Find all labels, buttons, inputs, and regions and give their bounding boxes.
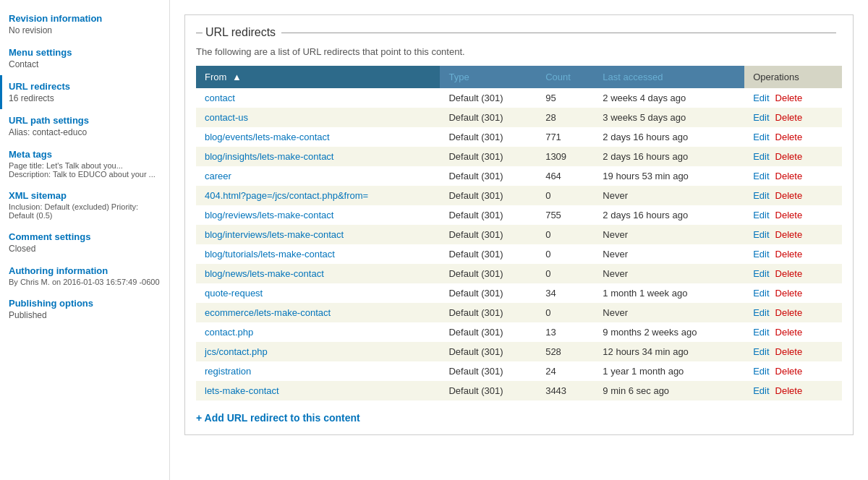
sidebar-item-title[interactable]: Meta tags	[9, 149, 161, 160]
sidebar-item-url-redirects[interactable]: URL redirects 16 redirects	[0, 75, 169, 109]
sidebar-item-subtitle: Alias: contact-educo	[9, 127, 161, 137]
from-link[interactable]: blog/news/lets-make-contact	[205, 268, 324, 279]
delete-link[interactable]: Delete	[775, 171, 803, 181]
edit-link[interactable]: Edit	[753, 268, 769, 279]
delete-link[interactable]: Delete	[775, 307, 803, 318]
sidebar-item-publishing-options[interactable]: Publishing options Published	[0, 292, 169, 326]
sidebar-item-title[interactable]: Menu settings	[9, 47, 161, 58]
edit-link[interactable]: Edit	[753, 93, 769, 103]
cell-operations: EditDelete	[744, 225, 842, 244]
edit-link[interactable]: Edit	[753, 151, 769, 162]
edit-link[interactable]: Edit	[753, 249, 769, 260]
section-title-text: URL redirects	[205, 26, 276, 39]
sidebar-item-menu-settings[interactable]: Menu settings Contact	[0, 41, 169, 75]
sidebar: Revision information No revision Menu se…	[0, 0, 170, 480]
cell-count: 3443	[537, 381, 594, 400]
from-link[interactable]: contact	[205, 93, 235, 103]
delete-link[interactable]: Delete	[775, 327, 803, 338]
cell-type: Default (301)	[440, 264, 537, 283]
edit-link[interactable]: Edit	[753, 190, 769, 201]
table-row: 404.html?page=/jcs/contact.php&from=Defa…	[196, 186, 842, 205]
delete-link[interactable]: Delete	[775, 93, 803, 103]
cell-type: Default (301)	[440, 361, 537, 381]
edit-link[interactable]: Edit	[753, 327, 769, 338]
from-link[interactable]: ecommerce/lets-make-contact	[205, 307, 331, 318]
from-link[interactable]: blog/tutorials/lets-make-contact	[205, 249, 335, 260]
from-link[interactable]: contact-us	[205, 112, 248, 123]
cell-count: 755	[537, 205, 594, 225]
cell-last-accessed: 9 months 2 weeks ago	[594, 322, 744, 342]
sidebar-item-url-path-settings[interactable]: URL path settings Alias: contact-educo	[0, 109, 169, 143]
table-row: blog/reviews/lets-make-contactDefault (3…	[196, 205, 842, 225]
cell-last-accessed: 12 hours 34 min ago	[594, 342, 744, 361]
from-link[interactable]: blog/insights/lets-make-contact	[205, 151, 333, 162]
sidebar-item-title[interactable]: XML sitemap	[9, 190, 161, 201]
sidebar-item-title[interactable]: Revision information	[9, 13, 161, 24]
cell-last-accessed: 3 weeks 5 days ago	[594, 108, 744, 127]
edit-link[interactable]: Edit	[753, 132, 769, 142]
sidebar-item-title[interactable]: URL path settings	[9, 115, 161, 126]
cell-from: career	[196, 166, 440, 186]
from-link[interactable]: career	[205, 171, 231, 181]
cell-from: contact.php	[196, 322, 440, 342]
from-link[interactable]: lets-make-contact	[205, 385, 279, 396]
delete-link[interactable]: Delete	[775, 385, 803, 396]
table-row: quote-requestDefault (301)341 month 1 we…	[196, 283, 842, 303]
from-link[interactable]: contact.php	[205, 327, 253, 338]
main-content: – URL redirects The following are a list…	[170, 0, 868, 480]
from-link[interactable]: blog/interviews/lets-make-contact	[205, 229, 344, 240]
page-container: Revision information No revision Menu se…	[0, 0, 868, 480]
sidebar-item-revision-information[interactable]: Revision information No revision	[0, 7, 169, 41]
from-link[interactable]: jcs/contact.php	[205, 346, 268, 357]
title-dash: –	[196, 26, 203, 39]
delete-link[interactable]: Delete	[775, 346, 803, 357]
edit-link[interactable]: Edit	[753, 385, 769, 396]
delete-link[interactable]: Delete	[775, 366, 803, 377]
cell-count: 24	[537, 361, 594, 381]
cell-operations: EditDelete	[744, 244, 842, 264]
cell-operations: EditDelete	[744, 108, 842, 127]
section-title-row: – URL redirects	[196, 26, 842, 39]
sidebar-item-comment-settings[interactable]: Comment settings Closed	[0, 226, 169, 260]
cell-from: jcs/contact.php	[196, 342, 440, 361]
delete-link[interactable]: Delete	[775, 132, 803, 142]
sidebar-item-subtitle: No revision	[9, 25, 161, 35]
delete-link[interactable]: Delete	[775, 112, 803, 123]
add-redirect-link[interactable]: + Add URL redirect to this content	[196, 412, 360, 424]
sidebar-item-authoring-information[interactable]: Authoring information By Chris M. on 201…	[0, 260, 169, 292]
from-link[interactable]: blog/events/lets-make-contact	[205, 132, 330, 142]
delete-link[interactable]: Delete	[775, 151, 803, 162]
sidebar-item-title[interactable]: Authoring information	[9, 265, 161, 276]
cell-operations: EditDelete	[744, 381, 842, 400]
cell-operations: EditDelete	[744, 303, 842, 322]
cell-last-accessed: 2 days 16 hours ago	[594, 127, 744, 147]
cell-from: blog/events/lets-make-contact	[196, 127, 440, 147]
edit-link[interactable]: Edit	[753, 171, 769, 181]
delete-link[interactable]: Delete	[775, 229, 803, 240]
sidebar-item-subtitle: Contact	[9, 59, 161, 69]
delete-link[interactable]: Delete	[775, 190, 803, 201]
sidebar-item-meta-tags[interactable]: Meta tags Page title: Let's Talk about y…	[0, 143, 169, 184]
cell-operations: EditDelete	[744, 127, 842, 147]
edit-link[interactable]: Edit	[753, 229, 769, 240]
cell-last-accessed: 1 year 1 month ago	[594, 361, 744, 381]
delete-link[interactable]: Delete	[775, 249, 803, 260]
edit-link[interactable]: Edit	[753, 288, 769, 299]
delete-link[interactable]: Delete	[775, 210, 803, 220]
sidebar-item-title[interactable]: URL redirects	[9, 81, 161, 92]
from-link[interactable]: quote-request	[205, 288, 263, 299]
sidebar-item-title[interactable]: Comment settings	[9, 231, 161, 242]
sidebar-item-xml-sitemap[interactable]: XML sitemap Inclusion: Default (excluded…	[0, 184, 169, 226]
from-link[interactable]: 404.html?page=/jcs/contact.php&from=	[205, 190, 368, 201]
sidebar-item-title[interactable]: Publishing options	[9, 298, 161, 309]
col-header-from[interactable]: From ▲	[196, 66, 440, 88]
edit-link[interactable]: Edit	[753, 210, 769, 220]
edit-link[interactable]: Edit	[753, 346, 769, 357]
delete-link[interactable]: Delete	[775, 268, 803, 279]
from-link[interactable]: registration	[205, 366, 251, 377]
delete-link[interactable]: Delete	[775, 288, 803, 299]
edit-link[interactable]: Edit	[753, 307, 769, 318]
edit-link[interactable]: Edit	[753, 366, 769, 377]
edit-link[interactable]: Edit	[753, 112, 769, 123]
from-link[interactable]: blog/reviews/lets-make-contact	[205, 210, 333, 220]
